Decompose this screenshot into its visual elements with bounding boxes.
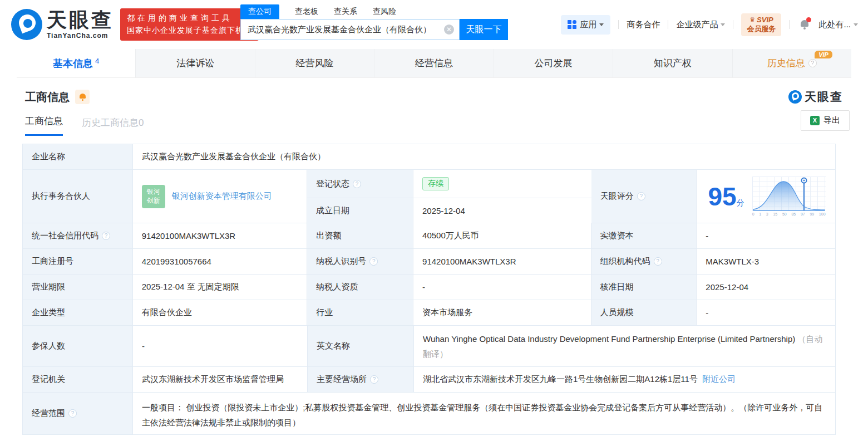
question-icon[interactable]: ? (353, 180, 361, 188)
search-tab-relation[interactable]: 查关系 (334, 4, 357, 19)
subscribe-bell-button[interactable] (75, 90, 90, 104)
english-name-label: 英文名称 (308, 326, 414, 366)
user-menu[interactable]: 此处有... (818, 19, 858, 30)
staff-size-value: - (697, 300, 835, 325)
english-name-value: Wuhan Yinghe Optical Data Industry Devel… (414, 326, 835, 366)
slogan-badge: 都在用的商业查询工具 国家中小企业发展子基金旗下机构 (120, 8, 259, 40)
search-tab-boss[interactable]: 查老板 (295, 4, 318, 19)
tianyancha-logo-icon (788, 90, 802, 104)
svip-membership-button[interactable]: ♛SVIP 会员服务 (741, 13, 781, 36)
reg-number-value: 420199310057664 (133, 249, 308, 274)
search-button[interactable]: 天眼一下 (460, 19, 508, 40)
paid-capital-label: 实缴资本 (591, 223, 697, 248)
executive-partner-label: 执行事务合伙人 (23, 170, 133, 223)
table-row: 企业名称 武汉赢合光数产业发展基金合伙企业（有限合伙） (23, 144, 835, 170)
company-name-value: 武汉赢合光数产业发展基金合伙企业（有限合伙） (133, 144, 835, 169)
business-scope-label: 经营范围 (32, 408, 65, 419)
excel-icon: X (810, 116, 820, 125)
tab-basic-info-count: 4 (95, 57, 99, 65)
reg-status-label: 登记状态 (316, 179, 349, 189)
org-code-label-cell: 组织机构代码? (591, 249, 697, 274)
top-header: 天眼查 TianYanCha.com 都在用的商业查询工具 国家中小企业发展子基… (0, 0, 868, 49)
search-tab-company[interactable]: 查公司 (240, 4, 279, 19)
caret-down-icon (721, 23, 725, 26)
tab-company-development[interactable]: 公司发展 (494, 49, 613, 77)
table-row: 参保人数 - 英文名称 Wuhan Yinghe Optical Data In… (23, 326, 835, 367)
business-scope-label-cell: 经营范围? (23, 393, 133, 434)
score-value: 95 (708, 182, 736, 211)
address-text: 湖北省武汉市东湖新技术开发区九峰一路1号生物创新园二期A12栋1层11号 (423, 374, 698, 384)
bell-curve (753, 182, 825, 210)
search-clear-icon[interactable]: ✕ (444, 25, 454, 35)
taxpayer-id-label: 纳税人识别号 (316, 256, 366, 267)
question-icon[interactable]: ? (68, 409, 77, 418)
question-icon[interactable]: ? (369, 257, 378, 266)
question-icon[interactable]: ? (808, 59, 817, 67)
tab-operation-info[interactable]: 经营信息 (374, 49, 494, 77)
company-nav-tabs: 基本信息 4 法律诉讼 经营风险 经营信息 公司发展 知识产权 VIP 历史信息… (17, 49, 851, 78)
table-row: 统一社会信用代码? 91420100MAK3WTLX3R 出资额 40500万人… (23, 223, 835, 249)
company-name-label: 企业名称 (23, 144, 133, 169)
business-info-table: 企业名称 武汉赢合光数产业发展基金合伙企业（有限合伙） 执行事务合伙人 银河 创… (22, 144, 836, 435)
subtab-business-info[interactable]: 工商信息 (25, 115, 63, 136)
staff-size-label: 人员规模 (591, 300, 697, 325)
svip-label: SVIP (757, 16, 773, 25)
org-code-label: 组织机构代码 (600, 256, 650, 267)
apps-grid-icon (568, 20, 576, 29)
biz-term-value: 2025-12-04 至 无固定期限 (133, 275, 308, 300)
business-coop-link[interactable]: 商务合作 (627, 19, 660, 30)
english-name-text: Wuhan Yinghe Optical Data Industry Devel… (423, 334, 795, 344)
partner-avatar: 银河 创新 (142, 185, 165, 208)
slogan-line2: 国家中小企业发展子基金旗下机构 (127, 25, 252, 37)
industry-value: 资本市场服务 (413, 300, 591, 325)
search-tab-risk[interactable]: 查风险 (373, 4, 396, 19)
taxpayer-id-label-cell: 纳税人识别号? (307, 249, 413, 274)
tab-basic-info[interactable]: 基本信息 4 (17, 49, 136, 77)
section-title: 工商信息 (25, 90, 70, 105)
org-code-value: MAK3WTLX-3 (697, 249, 835, 274)
question-icon[interactable]: ? (637, 192, 645, 200)
capital-label: 出资额 (307, 223, 413, 248)
reg-number-label: 工商注册号 (23, 249, 133, 274)
score-marker-dot (803, 180, 805, 182)
question-icon[interactable]: ? (102, 232, 110, 240)
tab-operation-risk[interactable]: 经营风险 (255, 49, 374, 77)
partner-company-link[interactable]: 银河创新资本管理有限公司 (172, 191, 272, 202)
approval-date-label: 核准日期 (591, 275, 697, 300)
tianyancha-logo-icon (11, 9, 42, 40)
main-address-label-cell: 主要经营场所? (308, 367, 414, 392)
main-address-label: 主要经营场所 (317, 374, 367, 385)
table-row: 企业类型 有限合伙企业 行业 资本市场服务 人员规模 - (23, 300, 835, 326)
tab-intellectual-property[interactable]: 知识产权 (613, 49, 732, 77)
establish-date-value: 2025-12-04 (413, 198, 591, 223)
search-area: 查公司 查老板 查关系 查风险 ✕ 天眼一下 (240, 3, 509, 40)
export-button[interactable]: X 导出 (801, 110, 850, 131)
tianyancha-watermark: 天眼查 (788, 89, 843, 105)
apps-menu[interactable]: 应用 (561, 15, 610, 35)
tab-legal-litigation[interactable]: 法律诉讼 (136, 49, 255, 77)
table-row: 登记机关 武汉东湖新技术开发区市场监督管理局 主要经营场所? 湖北省武汉市东湖新… (23, 367, 835, 393)
subtab-history-business-info[interactable]: 历史工商信息0 (82, 116, 144, 136)
tyc-score-cell: 95分 (697, 170, 835, 223)
nearby-companies-link[interactable]: 附近公司 (702, 374, 736, 384)
reg-status-value: 存续 (413, 170, 591, 198)
tab-basic-info-label: 基本信息 (53, 57, 93, 70)
apps-label: 应用 (580, 19, 596, 30)
watermark-text: 天眼查 (805, 89, 843, 105)
score-distribution-chart: 0131550859799100 (752, 177, 826, 216)
crown-icon: ♛ (749, 16, 755, 24)
score-axis-labels: 0131550859799100 (752, 212, 826, 216)
enterprise-products-menu[interactable]: 企业级产品 (676, 19, 725, 30)
caret-down-icon (599, 23, 604, 26)
taxpayer-quali-value: - (413, 275, 591, 300)
notifications-button[interactable] (800, 19, 810, 30)
tab-history-info[interactable]: VIP 历史信息 ? (733, 49, 851, 77)
svip-sub-label: 会员服务 (747, 25, 776, 33)
question-icon[interactable]: ? (370, 375, 378, 384)
enterprise-products-label: 企业级产品 (676, 19, 718, 30)
taxpayer-quali-label: 纳税人资质 (307, 275, 413, 300)
tianyancha-logo[interactable]: 天眼查 TianYanCha.com (11, 9, 114, 40)
question-icon[interactable]: ? (654, 257, 662, 266)
caret-down-icon (854, 23, 858, 26)
search-input[interactable] (240, 19, 460, 40)
